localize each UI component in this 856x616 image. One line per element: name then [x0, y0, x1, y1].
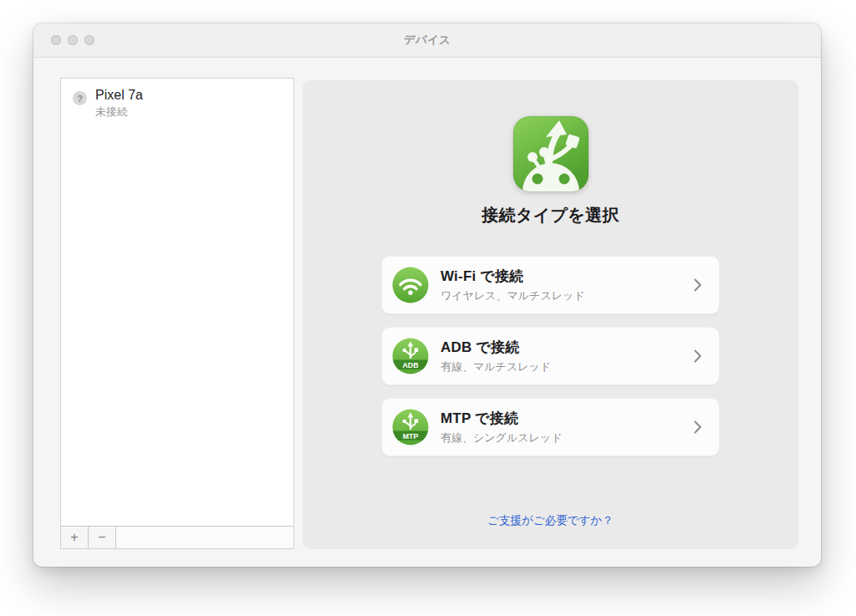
device-list-footer: + −	[61, 526, 293, 548]
option-texts: MTP で接続 有線、シングルスレッド	[441, 409, 562, 445]
device-list-item[interactable]: ? Pixel 7a 未接続	[61, 79, 293, 126]
option-texts: ADB で接続 有線、マルチスレッド	[441, 338, 551, 374]
usb-adb-icon: ADB	[392, 338, 429, 374]
remove-device-button[interactable]: −	[89, 527, 116, 548]
connection-options: Wi-Fi で接続 ワイヤレス、マルチスレッド	[303, 256, 798, 456]
device-name: Pixel 7a	[95, 88, 143, 103]
window-content: ? Pixel 7a 未接続 + −	[33, 58, 821, 567]
minimize-button[interactable]	[68, 35, 78, 45]
add-device-button[interactable]: +	[61, 527, 89, 548]
window-title: デバイス	[404, 33, 451, 48]
help-link[interactable]: ご支援がご必要ですか？	[303, 513, 798, 528]
device-list-panel: ? Pixel 7a 未接続 + −	[60, 78, 294, 549]
option-title: MTP で接続	[441, 409, 562, 428]
chevron-right-icon	[693, 349, 702, 364]
devices-window: デバイス ? Pixel 7a 未接続 + −	[33, 23, 821, 567]
close-button[interactable]	[51, 35, 61, 45]
option-texts: Wi-Fi で接続 ワイヤレス、マルチスレッド	[441, 267, 585, 303]
titlebar: デバイス	[33, 23, 821, 58]
zoom-button[interactable]	[84, 35, 94, 45]
connection-type-panel: 接続タイプを選択	[303, 80, 798, 549]
chevron-right-icon	[693, 277, 702, 293]
question-mark-icon: ?	[73, 91, 87, 105]
footer-spacer	[116, 527, 293, 548]
option-subtitle: ワイヤレス、マルチスレッド	[441, 288, 585, 303]
chevron-right-icon	[693, 420, 702, 435]
panel-heading: 接続タイプを選択	[303, 204, 798, 227]
usb-badge-label: MTP	[403, 432, 419, 440]
app-icon	[512, 115, 589, 192]
option-title: ADB で接続	[441, 338, 551, 357]
option-title: Wi-Fi で接続	[441, 267, 585, 286]
wifi-icon	[392, 267, 429, 303]
option-subtitle: 有線、マルチスレッド	[441, 359, 551, 374]
connect-option-mtp[interactable]: MTP MTP で接続 有線、シングルスレッド	[381, 398, 720, 456]
usb-mtp-icon: MTP	[392, 409, 429, 445]
connect-option-adb[interactable]: ADB ADB で接続 有線、マルチスレッド	[381, 327, 720, 385]
connect-option-wifi[interactable]: Wi-Fi で接続 ワイヤレス、マルチスレッド	[381, 256, 720, 314]
option-subtitle: 有線、シングルスレッド	[441, 430, 562, 445]
device-info: Pixel 7a 未接続	[95, 88, 143, 120]
usb-badge-label: ADB	[402, 361, 418, 369]
traffic-lights	[51, 23, 94, 57]
device-status: 未接続	[95, 104, 143, 120]
